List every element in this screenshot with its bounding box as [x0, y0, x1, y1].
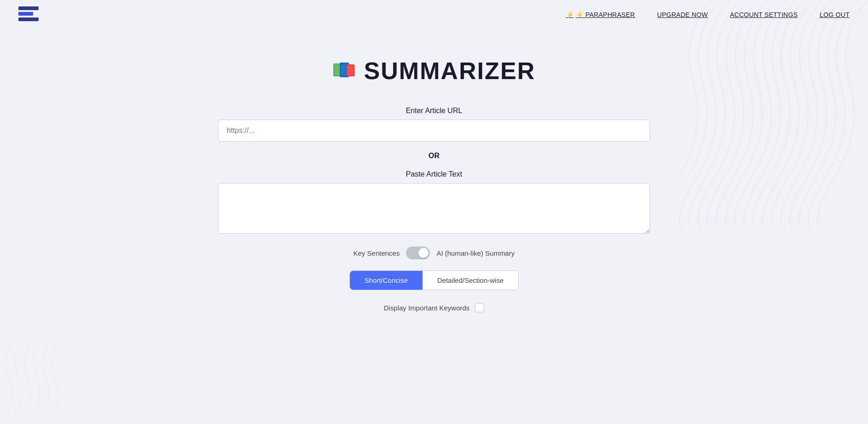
nav-paraphraser[interactable]: ⚡ ⚡ PARAPHRASER — [566, 11, 635, 18]
nav-account[interactable]: ACCOUNT SETTINGS — [730, 11, 798, 18]
svg-rect-9 — [347, 65, 354, 75]
svg-rect-5 — [334, 64, 341, 75]
detailed-section-button[interactable]: Detailed/Section-wise — [423, 271, 518, 290]
summary-type-toggle[interactable] — [406, 246, 430, 259]
logo-icon — [18, 6, 39, 23]
logo[interactable] — [18, 6, 39, 23]
page-title: SUMMARIZER — [364, 57, 535, 85]
mode-buttons: Short/Concise Detailed/Section-wise — [349, 270, 519, 290]
bg-decoration-bottom-left — [0, 332, 92, 424]
keywords-row: Display Important Keywords — [384, 303, 485, 312]
url-label: Enter Article URL — [218, 107, 650, 115]
or-divider: OR — [428, 152, 440, 160]
url-input[interactable] — [218, 120, 650, 142]
main-nav: ⚡ ⚡ PARAPHRASER UPGRADE NOW ACCOUNT SETT… — [566, 11, 850, 18]
toggle-right-label: AI (human-like) Summary — [436, 249, 514, 257]
article-textarea[interactable] — [218, 183, 650, 234]
keywords-checkbox[interactable] — [475, 303, 484, 312]
svg-rect-0 — [18, 6, 39, 10]
toggle-left-label: Key Sentences — [354, 249, 400, 257]
short-concise-button[interactable]: Short/Concise — [350, 271, 423, 290]
title-row: SUMMARIZER — [332, 57, 535, 85]
main-content: SUMMARIZER Enter Article URL OR Paste Ar… — [0, 29, 868, 340]
form-section: Enter Article URL OR Paste Article Text … — [218, 107, 650, 312]
keywords-label: Display Important Keywords — [384, 304, 470, 312]
svg-rect-2 — [18, 17, 39, 21]
paraphraser-label: ⚡ PARAPHRASER — [576, 11, 635, 18]
textarea-label: Paste Article Text — [218, 170, 650, 178]
toggle-row: Key Sentences AI (human-like) Summary — [354, 246, 515, 259]
header: ⚡ ⚡ PARAPHRASER UPGRADE NOW ACCOUNT SETT… — [0, 0, 868, 29]
lightning-icon: ⚡ — [566, 11, 574, 18]
nav-logout[interactable]: LOG OUT — [820, 11, 850, 18]
books-icon — [332, 59, 356, 83]
svg-rect-3 — [18, 12, 33, 16]
nav-upgrade[interactable]: UPGRADE NOW — [657, 11, 708, 18]
